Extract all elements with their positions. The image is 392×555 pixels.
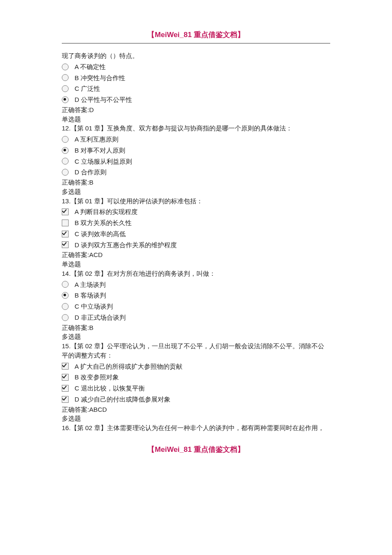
checkbox-icon[interactable]	[62, 208, 69, 215]
q14-answer: 正确答案:B	[62, 323, 330, 332]
q14-option-a[interactable]: A 主场谈判	[62, 280, 330, 289]
option-label: C 广泛性	[75, 84, 100, 93]
q13-answer: 正确答案:ACD	[62, 250, 330, 260]
option-label: B 客场谈判	[75, 291, 106, 300]
q11-option-c[interactable]: C 广泛性	[62, 84, 330, 93]
page-header: 【MeiWei_81 重点借鉴文档】	[62, 30, 330, 40]
q14-option-b[interactable]: B 客场谈判	[62, 291, 330, 300]
option-label: D 谈判双方互惠合作关系的维护程度	[75, 240, 177, 250]
q13-stem: 13.【第 01 章】可以使用的评估谈判的标准包括：	[62, 197, 330, 206]
option-label: A 判断目标的实现程度	[75, 207, 138, 217]
q15-option-b[interactable]: B 改变参照对象	[62, 373, 330, 382]
q15-option-d[interactable]: D 减少自己的付出或降低参展对象	[62, 395, 330, 404]
q12-stem: 12.【第 01 章】互换角度、双方都参与提议与协商指的是哪一个原则的具体做法：	[62, 124, 330, 133]
radio-icon[interactable]	[62, 136, 69, 143]
q14-option-d[interactable]: D 非正式场合谈判	[62, 313, 330, 322]
content-body: 现了商务谈判的（）特点。 A 不确定性 B 冲突性与合作性 C 广泛性 D 公平…	[62, 51, 330, 433]
q15-type: 多选题	[62, 332, 330, 341]
radio-icon[interactable]	[62, 169, 69, 176]
q13-type: 多选题	[62, 187, 330, 197]
checkbox-icon[interactable]	[62, 363, 69, 370]
q12-option-b[interactable]: B 对事不对人原则	[62, 146, 330, 155]
q16-stem: 16.【第 02 章】主体需要理论认为在任何一种非个人的谈判中，都有两种需要同时…	[62, 423, 330, 433]
q13-option-c[interactable]: C 谈判效率的高低	[62, 229, 330, 239]
checkbox-icon[interactable]	[62, 385, 69, 392]
q12-answer: 正确答案:B	[62, 178, 330, 187]
q12-option-d[interactable]: D 合作原则	[62, 168, 330, 177]
radio-icon[interactable]	[62, 64, 69, 70]
checkbox-icon[interactable]	[62, 241, 69, 248]
option-label: D 合作原则	[75, 168, 107, 177]
option-label: A 不确定性	[75, 62, 106, 72]
q12-option-c[interactable]: C 立场服从利益原则	[62, 157, 330, 166]
radio-icon[interactable]	[62, 314, 69, 321]
option-label: A 主场谈判	[75, 280, 106, 289]
q11-stem: 现了商务谈判的（）特点。	[62, 51, 330, 61]
radio-icon[interactable]	[62, 147, 69, 154]
radio-icon[interactable]	[62, 292, 69, 299]
q14-type: 单选题	[62, 260, 330, 269]
q15-option-a[interactable]: A 扩大自己的所得或扩大参照物的贡献	[62, 362, 330, 371]
q11-answer: 正确答案:D	[62, 105, 330, 115]
option-label: B 对事不对人原则	[75, 146, 125, 155]
radio-icon[interactable]	[62, 96, 69, 103]
q11-option-a[interactable]: A 不确定性	[62, 62, 330, 72]
option-label: C 谈判效率的高低	[75, 229, 126, 239]
radio-icon[interactable]	[62, 85, 69, 92]
q12-option-a[interactable]: A 互利互惠原则	[62, 135, 330, 144]
radio-icon[interactable]	[62, 158, 69, 165]
radio-icon[interactable]	[62, 281, 69, 288]
q14-stem: 14.【第 02 章】在对方所在地进行的商务谈判，叫做：	[62, 269, 330, 278]
checkbox-icon[interactable]	[62, 231, 69, 237]
q13-option-b[interactable]: B 双方关系的长久性	[62, 218, 330, 228]
option-label: A 互利互惠原则	[75, 135, 118, 144]
q15-stem: 15.【第 02 章】公平理论认为，一旦出现了不公平，人们胡一般会设法消除不公平…	[62, 341, 330, 360]
q15-option-c[interactable]: C 退出比较，以恢复平衡	[62, 384, 330, 393]
radio-icon[interactable]	[62, 74, 69, 81]
option-label: D 减少自己的付出或降低参展对象	[75, 395, 170, 404]
q13-option-a[interactable]: A 判断目标的实现程度	[62, 207, 330, 217]
checkbox-icon[interactable]	[62, 374, 69, 381]
q15-answer: 正确答案:ABCD	[62, 405, 330, 414]
q11-option-b[interactable]: B 冲突性与合作性	[62, 73, 330, 83]
option-label: B 双方关系的长久性	[75, 218, 132, 228]
option-label: B 冲突性与合作性	[75, 73, 125, 83]
radio-icon[interactable]	[62, 303, 69, 310]
page-footer: 【MeiWei_81 重点借鉴文档】	[62, 445, 330, 454]
q14-option-c[interactable]: C 中立场谈判	[62, 302, 330, 311]
option-label: C 退出比较，以恢复平衡	[75, 384, 145, 393]
checkbox-icon[interactable]	[62, 396, 69, 403]
option-label: D 非正式场合谈判	[75, 313, 126, 322]
q16-type: 多选题	[62, 414, 330, 423]
q13-option-d[interactable]: D 谈判双方互惠合作关系的维护程度	[62, 240, 330, 250]
option-label: A 扩大自己的所得或扩大参照物的贡献	[75, 362, 182, 371]
option-label: D 公平性与不公平性	[75, 95, 132, 104]
option-label: C 中立场谈判	[75, 302, 113, 311]
option-label: C 立场服从利益原则	[75, 157, 132, 166]
q12-type: 单选题	[62, 115, 330, 124]
q11-option-d[interactable]: D 公平性与不公平性	[62, 95, 330, 104]
option-label: B 改变参照对象	[75, 373, 119, 382]
header-divider	[62, 43, 330, 43]
checkbox-icon[interactable]	[62, 220, 69, 226]
